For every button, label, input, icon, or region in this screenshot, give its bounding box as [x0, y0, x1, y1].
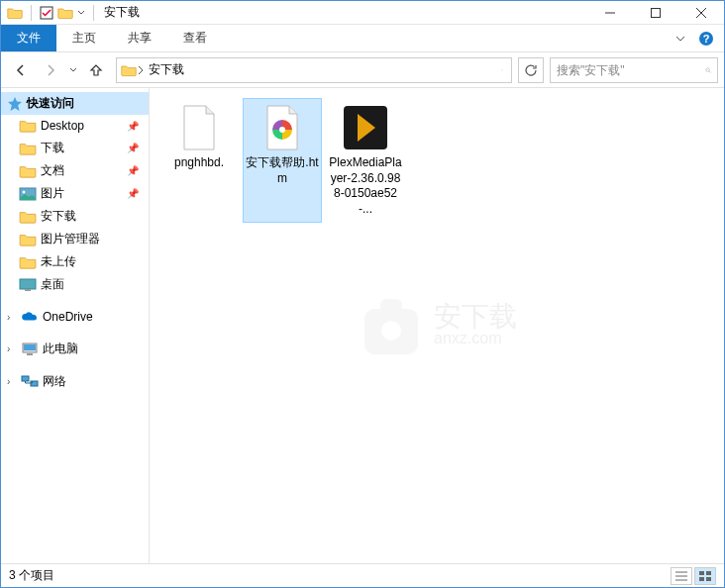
svg-rect-16: [364, 309, 418, 354]
svg-rect-1: [652, 8, 661, 17]
help-button[interactable]: ?: [692, 25, 720, 51]
computer-icon: [21, 343, 39, 356]
titlebar: 安下载: [1, 1, 724, 25]
window-title: 安下载: [104, 4, 140, 21]
tab-view[interactable]: 查看: [167, 25, 223, 51]
back-button[interactable]: [7, 56, 35, 84]
pictures-icon: [19, 187, 37, 201]
search-icon: [705, 63, 711, 77]
tab-file[interactable]: 文件: [1, 25, 56, 51]
sidebar-item-documents[interactable]: 文档 📌: [1, 159, 149, 182]
close-button[interactable]: [678, 1, 724, 25]
sidebar-quick-access[interactable]: 快速访问: [1, 92, 149, 115]
svg-rect-7: [20, 279, 36, 289]
up-button[interactable]: [82, 56, 110, 84]
svg-point-18: [381, 321, 401, 341]
minimize-button[interactable]: [587, 1, 633, 25]
view-icons-button[interactable]: [694, 567, 716, 585]
sidebar-item-pictures[interactable]: 图片 📌: [1, 182, 149, 205]
svg-rect-11: [27, 353, 33, 355]
svg-rect-21: [699, 577, 704, 581]
file-label: 安下载帮助.htm: [245, 155, 320, 186]
file-item[interactable]: PlexMediaPlayer-2.36.0.988-0150ae52-...: [326, 98, 405, 223]
tab-home[interactable]: 主页: [56, 25, 112, 51]
sidebar-label: OneDrive: [43, 310, 93, 324]
folder-icon: [7, 6, 23, 20]
sidebar-network[interactable]: › 网络: [1, 370, 149, 393]
sidebar-label: 此电脑: [43, 341, 78, 357]
navbar: 安下载: [1, 52, 724, 88]
folder-icon: [19, 210, 37, 224]
folder-icon: [57, 6, 73, 20]
watermark-text: 安下载: [434, 304, 517, 329]
file-item[interactable]: pnghhbd.: [159, 98, 239, 223]
sidebar: 快速访问 Desktop 📌 下载 📌 文档 📌 图片 📌 安下载: [1, 88, 150, 563]
watermark-sub: anxz.com: [434, 330, 517, 347]
file-label: PlexMediaPlayer-2.36.0.988-0150ae52-...: [328, 155, 403, 217]
pin-icon: 📌: [127, 121, 139, 132]
svg-rect-20: [706, 571, 711, 575]
folder-icon: [19, 164, 37, 178]
forward-button[interactable]: [37, 56, 64, 84]
file-pane[interactable]: pnghhbd. 安下载帮助.htm PlexMediaPlayer-2.36.…: [150, 88, 724, 563]
sidebar-item-folder[interactable]: 安下载: [1, 205, 149, 228]
svg-rect-19: [699, 571, 704, 575]
onedrive-icon: [21, 311, 39, 323]
chevron-down-icon[interactable]: [497, 65, 507, 75]
recent-dropdown[interactable]: [66, 56, 80, 84]
sidebar-item-desktop[interactable]: Desktop 📌: [1, 115, 149, 137]
sidebar-label: 未上传: [41, 253, 76, 270]
pin-icon: 📌: [127, 143, 139, 153]
chevron-right-icon: ›: [7, 343, 17, 354]
chevron-right-icon: ›: [7, 376, 17, 387]
svg-point-4: [706, 67, 709, 70]
view-details-button[interactable]: [671, 567, 692, 585]
sidebar-label: 图片: [41, 185, 64, 202]
network-icon: [21, 375, 39, 389]
body: 快速访问 Desktop 📌 下载 📌 文档 📌 图片 📌 安下载: [1, 88, 724, 563]
file-icon: [342, 104, 389, 151]
sidebar-label: 文档: [41, 162, 64, 179]
checkbox-icon[interactable]: [40, 6, 53, 20]
chevron-right-icon: ›: [7, 312, 17, 323]
sidebar-this-pc[interactable]: › 此电脑: [1, 338, 149, 360]
dropdown-icon[interactable]: [77, 6, 85, 20]
ribbon: 文件 主页 共享 查看 ?: [1, 25, 724, 52]
titlebar-icons: [1, 5, 98, 21]
folder-icon: [19, 233, 37, 246]
search-box[interactable]: [550, 57, 718, 83]
sidebar-label: 网络: [43, 373, 66, 390]
svg-rect-12: [22, 376, 29, 381]
sidebar-onedrive[interactable]: › OneDrive: [1, 306, 149, 328]
separator: [93, 5, 94, 21]
sidebar-label: 图片管理器: [41, 231, 100, 247]
window-controls: [587, 1, 724, 25]
sidebar-item-folder[interactable]: 未上传: [1, 250, 149, 273]
sidebar-item-folder[interactable]: 桌面: [1, 273, 149, 296]
folder-icon: [121, 63, 137, 77]
maximize-button[interactable]: [633, 1, 678, 25]
status-count: 3 个项目: [9, 567, 54, 584]
chevron-down-icon[interactable]: [674, 33, 686, 45]
tab-share[interactable]: 共享: [112, 25, 167, 51]
file-icon: [175, 104, 223, 151]
refresh-button[interactable]: [518, 57, 544, 83]
sidebar-item-folder[interactable]: 图片管理器: [1, 228, 149, 250]
star-icon: [7, 96, 23, 112]
sidebar-label: 安下载: [41, 208, 76, 225]
file-icon: [259, 104, 306, 151]
address-bar[interactable]: 安下载: [116, 57, 512, 83]
svg-rect-17: [380, 299, 402, 313]
svg-point-6: [23, 190, 26, 193]
sidebar-item-downloads[interactable]: 下载 📌: [1, 137, 149, 159]
svg-point-14: [279, 127, 285, 133]
watermark: 安下载 anxz.com: [357, 291, 517, 360]
breadcrumb[interactable]: 安下载: [145, 61, 188, 78]
sidebar-label: 下载: [41, 140, 64, 156]
sidebar-label: 桌面: [41, 276, 64, 293]
svg-rect-8: [25, 289, 31, 291]
search-input[interactable]: [557, 63, 705, 77]
file-item[interactable]: 安下载帮助.htm: [243, 98, 322, 223]
chevron-right-icon[interactable]: [137, 64, 145, 76]
folder-icon: [19, 119, 37, 133]
